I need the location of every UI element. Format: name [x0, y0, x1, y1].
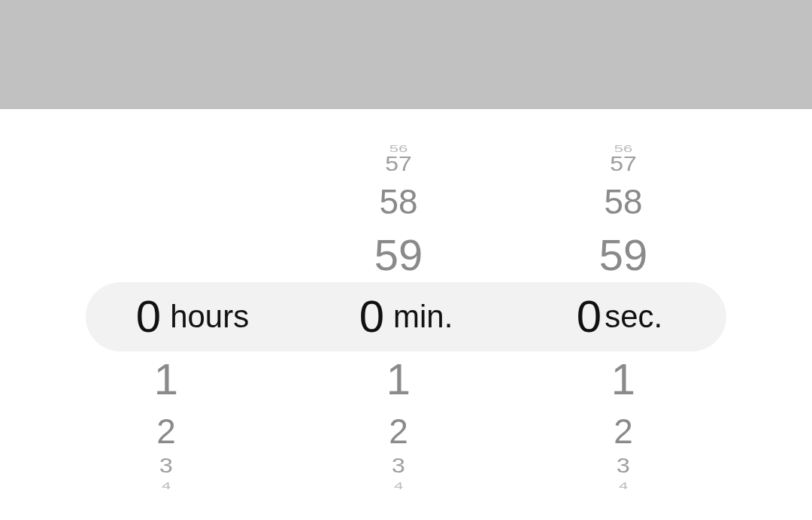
picker-value: 4	[353, 482, 444, 491]
seconds-label: sec.	[604, 301, 662, 333]
picker-value: 1	[353, 357, 444, 401]
picker-value: 2	[578, 414, 668, 449]
picker-value: 4	[121, 482, 211, 491]
picker-value: 1	[121, 357, 211, 401]
seconds-value: 0	[577, 294, 601, 339]
selection-row: 0 hours 0 min. 0 sec.	[86, 282, 726, 351]
picker-value: 57	[353, 154, 444, 174]
picker-value: 3	[121, 455, 211, 476]
picker-value: 3	[578, 455, 668, 476]
picker-value: 58	[578, 184, 668, 219]
picker-value: 4	[578, 482, 668, 491]
picker-value: 59	[578, 233, 668, 277]
picker-value: 59	[353, 233, 444, 277]
time-picker: 1 2 3 4 56 57 58 59 1 2 3 4 56 57 58 59 …	[0, 109, 812, 520]
hours-value: 0	[136, 294, 161, 339]
minutes-label: min.	[393, 301, 453, 333]
picker-value: 3	[353, 455, 444, 476]
picker-value: 57	[578, 154, 668, 174]
hours-label: hours	[170, 301, 249, 333]
top-bar	[0, 0, 812, 109]
minutes-value: 0	[359, 294, 384, 339]
picker-value: 2	[353, 414, 444, 449]
picker-value: 1	[578, 357, 668, 401]
hours-selected[interactable]: 0 hours	[86, 282, 299, 351]
minutes-selected[interactable]: 0 min.	[299, 282, 513, 351]
picker-value: 58	[353, 184, 444, 219]
seconds-selected[interactable]: 0 sec.	[513, 282, 726, 351]
picker-value: 2	[121, 414, 211, 449]
